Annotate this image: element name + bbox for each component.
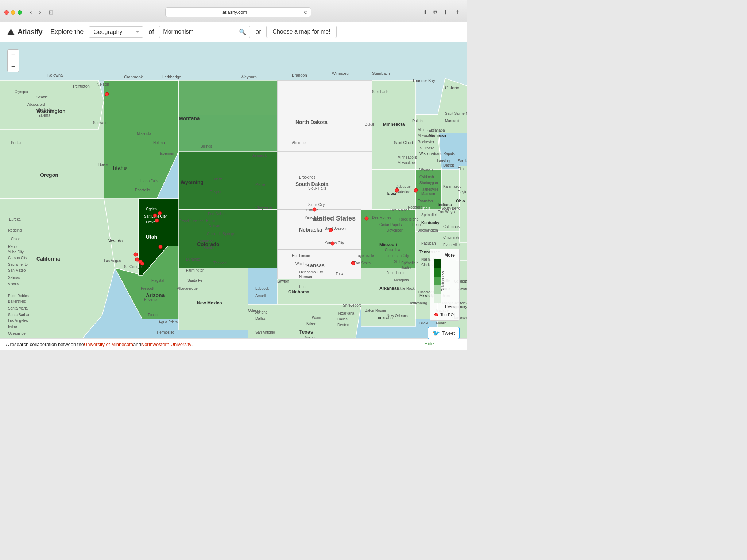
forward-button[interactable]: › bbox=[37, 8, 43, 17]
reload-button[interactable]: ↻ bbox=[303, 9, 308, 15]
svg-text:Marquette: Marquette bbox=[445, 119, 461, 123]
sidebar-toggle-button[interactable]: ⊡ bbox=[46, 7, 55, 17]
svg-text:Columbus: Columbus bbox=[443, 225, 460, 229]
svg-text:Norman: Norman bbox=[299, 275, 312, 279]
legend-color-light bbox=[434, 285, 441, 294]
svg-text:Biloxi: Biloxi bbox=[419, 321, 428, 325]
svg-text:Sioux City: Sioux City bbox=[308, 203, 325, 207]
choose-map-button[interactable]: Choose a map for me! bbox=[266, 26, 336, 38]
svg-text:Milwaukee: Milwaukee bbox=[398, 161, 415, 165]
svg-marker-14 bbox=[277, 151, 372, 210]
svg-text:Thunder Bay: Thunder Bay bbox=[412, 78, 435, 83]
svg-text:Bakersfield: Bakersfield bbox=[8, 299, 26, 303]
svg-marker-20 bbox=[372, 170, 416, 210]
svg-text:Durango: Durango bbox=[186, 257, 200, 261]
svg-text:Idaho Falls: Idaho Falls bbox=[140, 179, 158, 183]
svg-text:Oshkosh: Oshkosh bbox=[419, 175, 434, 179]
zoom-in-button[interactable]: + bbox=[8, 50, 19, 61]
svg-text:Minneapolis: Minneapolis bbox=[418, 128, 437, 132]
svg-text:Boise: Boise bbox=[98, 163, 108, 167]
svg-text:Springfield: Springfield bbox=[421, 213, 438, 217]
svg-text:Minnesota: Minnesota bbox=[383, 122, 405, 127]
svg-text:Evanston: Evanston bbox=[418, 199, 433, 203]
legend-color-darkest bbox=[434, 259, 441, 268]
share-button[interactable]: ⬆ bbox=[421, 7, 429, 17]
svg-text:Rockford: Rockford bbox=[408, 205, 422, 209]
svg-text:Oceanside: Oceanside bbox=[8, 331, 26, 335]
svg-text:Tucson: Tucson bbox=[148, 313, 159, 317]
svg-text:Ogden: Ogden bbox=[146, 207, 157, 211]
svg-text:Chico: Chico bbox=[11, 237, 20, 241]
svg-text:Eureka: Eureka bbox=[9, 217, 21, 221]
svg-text:Kalamazoo: Kalamazoo bbox=[443, 184, 461, 188]
svg-text:Killeen: Killeen bbox=[306, 322, 317, 326]
svg-text:Wausau: Wausau bbox=[419, 168, 433, 172]
svg-text:California: California bbox=[36, 256, 60, 262]
legend-less-label: Less bbox=[434, 304, 455, 310]
svg-text:Texas: Texas bbox=[299, 329, 313, 335]
back-button[interactable]: ‹ bbox=[28, 8, 34, 17]
download-button[interactable]: ⬇ bbox=[442, 7, 449, 17]
svg-text:Minneapolis: Minneapolis bbox=[398, 155, 417, 159]
svg-text:North Dakota: North Dakota bbox=[295, 119, 328, 125]
svg-text:Farmington: Farmington bbox=[186, 268, 205, 272]
svg-text:Las Vegas: Las Vegas bbox=[104, 259, 121, 263]
url-bar[interactable]: atlasify.com ↻ bbox=[165, 7, 311, 17]
search-icon[interactable]: 🔍 bbox=[239, 28, 246, 35]
svg-text:Spokane: Spokane bbox=[93, 121, 108, 125]
svg-text:Evansville: Evansville bbox=[443, 243, 460, 247]
legend-color-lightest bbox=[434, 294, 441, 303]
svg-text:South Bend: South Bend bbox=[441, 206, 460, 210]
search-input[interactable] bbox=[163, 28, 239, 35]
svg-text:Lubbock: Lubbock bbox=[255, 287, 270, 291]
tweet-button[interactable]: 🐦 Tweet bbox=[428, 327, 460, 339]
svg-text:Paducah: Paducah bbox=[421, 241, 436, 245]
svg-text:Bismarck: Bismarck bbox=[252, 153, 267, 158]
svg-point-201 bbox=[158, 211, 162, 215]
svg-text:Oklahoma: Oklahoma bbox=[288, 289, 309, 295]
svg-text:Shreveport: Shreveport bbox=[343, 303, 361, 307]
svg-text:Colorado Springs: Colorado Springs bbox=[207, 232, 235, 236]
svg-text:Memphis: Memphis bbox=[394, 278, 409, 282]
svg-text:Santa Fe: Santa Fe bbox=[187, 279, 202, 283]
svg-text:Phoenix: Phoenix bbox=[144, 298, 157, 302]
svg-text:Sioux Falls: Sioux Falls bbox=[308, 186, 326, 190]
svg-text:Nevada: Nevada bbox=[108, 238, 123, 244]
add-tab-button[interactable]: + bbox=[452, 7, 462, 18]
url-bar-container: atlasify.com ↻ bbox=[58, 7, 419, 17]
svg-text:Baton Rouge: Baton Rouge bbox=[365, 308, 386, 312]
svg-text:Portland: Portland bbox=[11, 141, 24, 145]
svg-text:Agua Prieta: Agua Prieta bbox=[159, 320, 178, 324]
svg-text:Helena: Helena bbox=[153, 141, 165, 145]
svg-text:Des Moines: Des Moines bbox=[372, 215, 391, 219]
svg-text:Odessa: Odessa bbox=[248, 308, 261, 312]
legend-poi-row: Top POI bbox=[434, 312, 455, 317]
legend-poi-label: Top POI bbox=[440, 312, 455, 317]
footer-text-before: A research collaboration between the bbox=[6, 342, 84, 347]
svg-text:Jonesboro: Jonesboro bbox=[387, 271, 404, 275]
maximize-button[interactable] bbox=[18, 10, 22, 15]
url-text: atlasify.com bbox=[222, 9, 247, 15]
svg-text:Dubuque: Dubuque bbox=[396, 184, 411, 188]
legend-color-dark bbox=[434, 268, 441, 277]
close-button[interactable] bbox=[4, 10, 9, 15]
svg-text:Kentucky: Kentucky bbox=[421, 221, 440, 225]
svg-point-213 bbox=[365, 217, 368, 220]
svg-text:Visalia: Visalia bbox=[8, 282, 19, 286]
svg-text:Lethbridge: Lethbridge bbox=[162, 75, 181, 79]
nu-link[interactable]: Northwestern University bbox=[141, 342, 191, 347]
svg-point-204 bbox=[159, 245, 162, 249]
logo-text: Atlasify bbox=[18, 28, 42, 36]
svg-point-209 bbox=[313, 208, 316, 211]
umn-link[interactable]: University of Minnesota bbox=[84, 342, 133, 347]
svg-text:Madison: Madison bbox=[421, 192, 435, 196]
tab-button[interactable]: ⧉ bbox=[432, 8, 439, 17]
svg-text:Cedar Rapids: Cedar Rapids bbox=[379, 223, 402, 227]
hide-button[interactable]: Hide bbox=[424, 341, 434, 346]
svg-text:Santa Maria: Santa Maria bbox=[8, 306, 28, 310]
zoom-out-button[interactable]: − bbox=[8, 61, 19, 72]
geography-select[interactable]: Geography Demographics Economy bbox=[89, 26, 143, 38]
svg-text:Lawton: Lawton bbox=[277, 279, 289, 283]
minimize-button[interactable] bbox=[11, 10, 15, 15]
svg-text:Weyburn: Weyburn bbox=[241, 75, 257, 79]
